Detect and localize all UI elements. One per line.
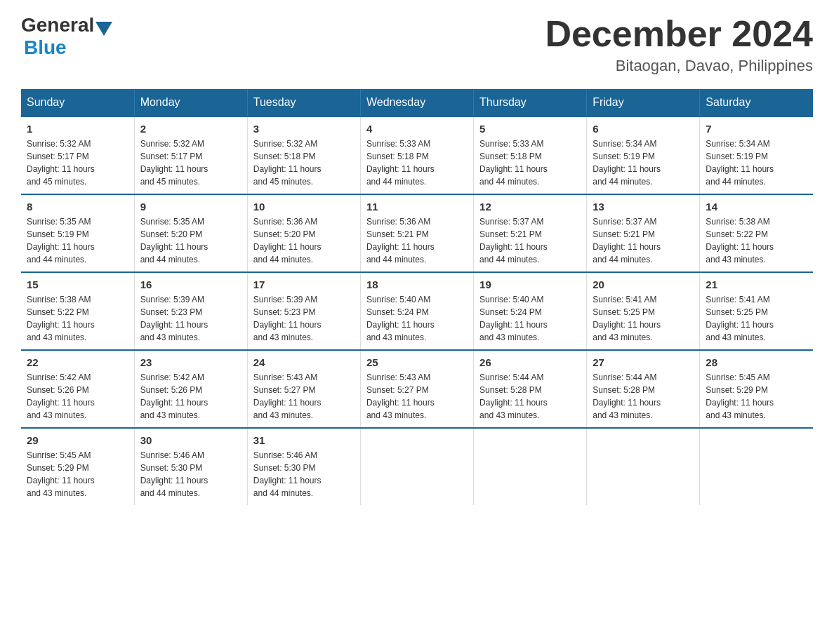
day-number: 8	[27, 201, 128, 213]
day-number: 2	[140, 123, 241, 135]
header-day-sunday: Sunday	[21, 89, 134, 116]
calendar-cell: 14 Sunrise: 5:38 AM Sunset: 5:22 PM Dayl…	[700, 194, 813, 272]
day-number: 26	[479, 356, 581, 368]
day-number: 23	[140, 356, 241, 368]
day-number: 16	[140, 279, 241, 290]
calendar-cell: 22 Sunrise: 5:42 AM Sunset: 5:26 PM Dayl…	[21, 350, 134, 428]
header-day-thursday: Thursday	[474, 89, 587, 116]
day-info: Sunrise: 5:41 AM Sunset: 5:25 PM Dayligh…	[593, 293, 694, 344]
day-number: 17	[253, 279, 355, 290]
day-info: Sunrise: 5:38 AM Sunset: 5:22 PM Dayligh…	[706, 215, 807, 266]
header-row: SundayMondayTuesdayWednesdayThursdayFrid…	[21, 89, 813, 116]
calendar-cell: 16 Sunrise: 5:39 AM Sunset: 5:23 PM Dayl…	[134, 272, 247, 350]
day-info: Sunrise: 5:45 AM Sunset: 5:29 PM Dayligh…	[706, 371, 807, 422]
day-info: Sunrise: 5:34 AM Sunset: 5:19 PM Dayligh…	[593, 137, 694, 188]
calendar-cell: 26 Sunrise: 5:44 AM Sunset: 5:28 PM Dayl…	[474, 350, 587, 428]
calendar-cell: 10 Sunrise: 5:36 AM Sunset: 5:20 PM Dayl…	[247, 194, 360, 272]
calendar-cell: 6 Sunrise: 5:34 AM Sunset: 5:19 PM Dayli…	[587, 116, 700, 194]
calendar-cell: 30 Sunrise: 5:46 AM Sunset: 5:30 PM Dayl…	[134, 428, 247, 505]
day-number: 28	[706, 356, 807, 368]
calendar-cell: 3 Sunrise: 5:32 AM Sunset: 5:18 PM Dayli…	[247, 116, 360, 194]
calendar-cell	[474, 428, 587, 505]
logo-blue-text: Blue	[24, 36, 67, 59]
day-info: Sunrise: 5:44 AM Sunset: 5:28 PM Dayligh…	[593, 371, 694, 422]
header-day-wednesday: Wednesday	[360, 89, 473, 116]
logo-top: General	[21, 14, 114, 36]
calendar-cell: 4 Sunrise: 5:33 AM Sunset: 5:18 PM Dayli…	[360, 116, 473, 194]
day-info: Sunrise: 5:32 AM Sunset: 5:17 PM Dayligh…	[27, 137, 128, 188]
day-number: 18	[366, 279, 468, 290]
day-number: 31	[253, 434, 355, 446]
calendar-cell: 8 Sunrise: 5:35 AM Sunset: 5:19 PM Dayli…	[21, 194, 134, 272]
day-info: Sunrise: 5:35 AM Sunset: 5:19 PM Dayligh…	[27, 215, 128, 266]
day-number: 14	[706, 201, 807, 213]
week-row-2: 8 Sunrise: 5:35 AM Sunset: 5:19 PM Dayli…	[21, 194, 813, 272]
day-number: 3	[253, 123, 355, 135]
day-number: 22	[27, 356, 128, 368]
day-number: 25	[366, 356, 468, 368]
logo-triangle-icon	[95, 22, 112, 36]
day-number: 27	[593, 356, 694, 368]
day-info: Sunrise: 5:32 AM Sunset: 5:18 PM Dayligh…	[253, 137, 355, 188]
day-info: Sunrise: 5:41 AM Sunset: 5:25 PM Dayligh…	[706, 293, 807, 344]
calendar-cell: 11 Sunrise: 5:36 AM Sunset: 5:21 PM Dayl…	[360, 194, 473, 272]
calendar-table: SundayMondayTuesdayWednesdayThursdayFrid…	[21, 89, 813, 505]
calendar-cell: 17 Sunrise: 5:39 AM Sunset: 5:23 PM Dayl…	[247, 272, 360, 350]
calendar-cell: 12 Sunrise: 5:37 AM Sunset: 5:21 PM Dayl…	[474, 194, 587, 272]
day-info: Sunrise: 5:36 AM Sunset: 5:21 PM Dayligh…	[366, 215, 468, 266]
day-info: Sunrise: 5:34 AM Sunset: 5:19 PM Dayligh…	[706, 137, 807, 188]
calendar-cell	[360, 428, 473, 505]
calendar-cell	[587, 428, 700, 505]
calendar-cell: 31 Sunrise: 5:46 AM Sunset: 5:30 PM Dayl…	[247, 428, 360, 505]
day-info: Sunrise: 5:45 AM Sunset: 5:29 PM Dayligh…	[27, 449, 128, 499]
calendar-cell: 7 Sunrise: 5:34 AM Sunset: 5:19 PM Dayli…	[700, 116, 813, 194]
day-info: Sunrise: 5:33 AM Sunset: 5:18 PM Dayligh…	[366, 137, 468, 188]
calendar-cell: 13 Sunrise: 5:37 AM Sunset: 5:21 PM Dayl…	[587, 194, 700, 272]
title-area: December 2024 Bitaogan, Davao, Philippin…	[545, 14, 813, 75]
day-info: Sunrise: 5:42 AM Sunset: 5:26 PM Dayligh…	[140, 371, 241, 422]
calendar-cell: 9 Sunrise: 5:35 AM Sunset: 5:20 PM Dayli…	[134, 194, 247, 272]
calendar-body: 1 Sunrise: 5:32 AM Sunset: 5:17 PM Dayli…	[21, 116, 813, 505]
day-info: Sunrise: 5:43 AM Sunset: 5:27 PM Dayligh…	[366, 371, 468, 422]
calendar-cell: 20 Sunrise: 5:41 AM Sunset: 5:25 PM Dayl…	[587, 272, 700, 350]
day-number: 15	[27, 279, 128, 290]
location-subtitle: Bitaogan, Davao, Philippines	[545, 57, 813, 75]
day-info: Sunrise: 5:39 AM Sunset: 5:23 PM Dayligh…	[253, 293, 355, 344]
day-info: Sunrise: 5:38 AM Sunset: 5:22 PM Dayligh…	[27, 293, 128, 344]
calendar-cell: 29 Sunrise: 5:45 AM Sunset: 5:29 PM Dayl…	[21, 428, 134, 505]
day-info: Sunrise: 5:36 AM Sunset: 5:20 PM Dayligh…	[253, 215, 355, 266]
calendar-cell: 1 Sunrise: 5:32 AM Sunset: 5:17 PM Dayli…	[21, 116, 134, 194]
calendar-cell: 21 Sunrise: 5:41 AM Sunset: 5:25 PM Dayl…	[700, 272, 813, 350]
day-info: Sunrise: 5:35 AM Sunset: 5:20 PM Dayligh…	[140, 215, 241, 266]
day-info: Sunrise: 5:46 AM Sunset: 5:30 PM Dayligh…	[140, 449, 241, 499]
day-number: 11	[366, 201, 468, 213]
calendar-cell: 19 Sunrise: 5:40 AM Sunset: 5:24 PM Dayl…	[474, 272, 587, 350]
day-info: Sunrise: 5:44 AM Sunset: 5:28 PM Dayligh…	[479, 371, 581, 422]
day-info: Sunrise: 5:42 AM Sunset: 5:26 PM Dayligh…	[27, 371, 128, 422]
calendar-cell: 28 Sunrise: 5:45 AM Sunset: 5:29 PM Dayl…	[700, 350, 813, 428]
calendar-cell: 24 Sunrise: 5:43 AM Sunset: 5:27 PM Dayl…	[247, 350, 360, 428]
week-row-3: 15 Sunrise: 5:38 AM Sunset: 5:22 PM Dayl…	[21, 272, 813, 350]
day-number: 10	[253, 201, 355, 213]
calendar-cell: 2 Sunrise: 5:32 AM Sunset: 5:17 PM Dayli…	[134, 116, 247, 194]
day-number: 12	[479, 201, 581, 213]
calendar-cell	[700, 428, 813, 505]
week-row-5: 29 Sunrise: 5:45 AM Sunset: 5:29 PM Dayl…	[21, 428, 813, 505]
calendar-cell: 18 Sunrise: 5:40 AM Sunset: 5:24 PM Dayl…	[360, 272, 473, 350]
day-info: Sunrise: 5:33 AM Sunset: 5:18 PM Dayligh…	[479, 137, 581, 188]
calendar-cell: 5 Sunrise: 5:33 AM Sunset: 5:18 PM Dayli…	[474, 116, 587, 194]
day-info: Sunrise: 5:32 AM Sunset: 5:17 PM Dayligh…	[140, 137, 241, 188]
logo: General Blue	[21, 14, 114, 59]
day-number: 5	[479, 123, 581, 135]
day-info: Sunrise: 5:46 AM Sunset: 5:30 PM Dayligh…	[253, 449, 355, 499]
day-info: Sunrise: 5:40 AM Sunset: 5:24 PM Dayligh…	[479, 293, 581, 344]
week-row-4: 22 Sunrise: 5:42 AM Sunset: 5:26 PM Dayl…	[21, 350, 813, 428]
day-number: 19	[479, 279, 581, 290]
calendar-cell: 15 Sunrise: 5:38 AM Sunset: 5:22 PM Dayl…	[21, 272, 134, 350]
day-number: 6	[593, 123, 694, 135]
day-info: Sunrise: 5:39 AM Sunset: 5:23 PM Dayligh…	[140, 293, 241, 344]
day-info: Sunrise: 5:37 AM Sunset: 5:21 PM Dayligh…	[479, 215, 581, 266]
header-day-tuesday: Tuesday	[247, 89, 360, 116]
calendar-header: SundayMondayTuesdayWednesdayThursdayFrid…	[21, 89, 813, 116]
day-number: 9	[140, 201, 241, 213]
